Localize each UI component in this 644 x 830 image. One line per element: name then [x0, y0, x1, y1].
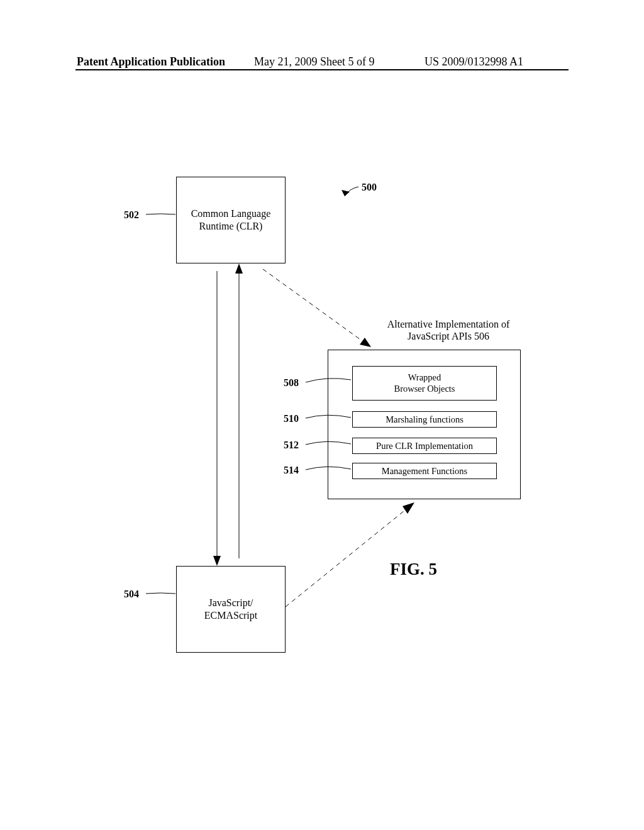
alt-impl-title: Alternative Implementation of JavaScript…: [376, 318, 521, 342]
ref-510: 510: [284, 413, 299, 424]
box-js-text: JavaScript/ ECMAScript: [204, 597, 257, 622]
svg-marker-4: [235, 263, 243, 274]
box-pure-clr-implementation: Pure CLR Implementation: [352, 438, 497, 454]
b514-text: Management Functions: [382, 466, 468, 477]
box-clr-text: Common Language Runtime (CLR): [191, 208, 271, 233]
svg-marker-0: [341, 190, 350, 196]
box-clr: Common Language Runtime (CLR): [176, 177, 286, 263]
ref-514: 514: [284, 465, 299, 476]
box-management-functions: Management Functions: [352, 463, 497, 479]
ref-500: 500: [362, 182, 377, 193]
connectors-overlay: [0, 0, 644, 830]
ref-504: 504: [124, 589, 139, 600]
box-marshaling-functions: Marshaling functions: [352, 411, 497, 428]
figure-label: FIG. 5: [390, 560, 437, 579]
svg-marker-6: [360, 338, 371, 347]
b510-text: Marshaling functions: [386, 414, 464, 425]
b512-text: Pure CLR Implementation: [376, 441, 473, 451]
svg-line-5: [263, 269, 367, 345]
box-js: JavaScript/ ECMAScript: [176, 566, 286, 653]
figure-5: Common Language Runtime (CLR) JavaScript…: [0, 0, 644, 830]
svg-marker-8: [402, 502, 414, 514]
b508-text: Wrapped Browser Objects: [394, 372, 455, 394]
svg-line-7: [286, 506, 411, 607]
ref-508: 508: [284, 377, 299, 389]
ref-512: 512: [284, 440, 299, 451]
ref-502: 502: [124, 209, 139, 221]
svg-marker-2: [213, 556, 221, 566]
box-wrapped-browser-objects: Wrapped Browser Objects: [352, 366, 497, 401]
